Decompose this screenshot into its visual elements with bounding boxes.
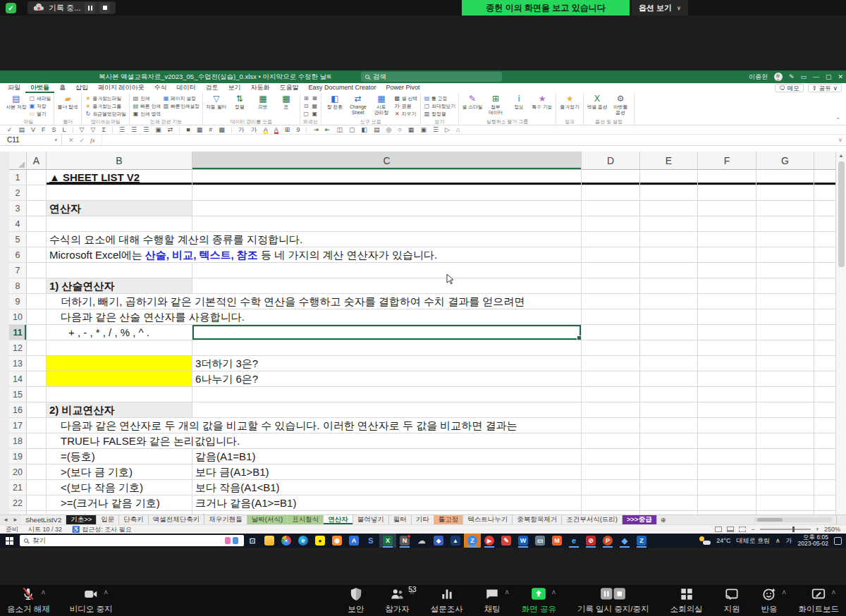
cell-A6[interactable] [27, 247, 47, 263]
cell-F23[interactable] [698, 511, 756, 515]
ribbon-button-최대창보기[interactable]: ▢최대창보기 [424, 103, 455, 109]
comma-style-icon[interactable]: 9 [296, 125, 300, 134]
taskbar-app-media-player[interactable]: ▶ [481, 534, 498, 548]
split-view-icon[interactable]: ◧ [362, 125, 368, 134]
ribbon-button-정렬[interactable]: ⇅정렬 [229, 94, 250, 110]
zoom-in-icon[interactable]: + [816, 526, 819, 533]
security-shield-icon[interactable]: ✓ [6, 3, 16, 13]
ribbon-button-border-box[interactable]: ▣ [312, 111, 318, 117]
ribbon-display-icon[interactable]: ▭ [800, 73, 807, 80]
taskbar-app-excel[interactable]: X [379, 534, 396, 548]
ribbon-button-빠른인쇄설정[interactable]: ▥빠른인쇄설정 [163, 103, 200, 109]
ribbon-tab-도움말[interactable]: 도움말 [275, 83, 304, 93]
row-header-4[interactable]: 4 [9, 216, 27, 232]
cell-A13[interactable] [27, 356, 47, 371]
page-break-view-icon[interactable] [739, 526, 746, 532]
cell-E3[interactable] [640, 201, 698, 216]
cell-B23[interactable]: <=(작거나 같음 기호) [47, 511, 192, 515]
zoom-whiteboard-button[interactable]: ˄화이트보드 [799, 586, 840, 615]
wrap-text-icon[interactable]: ⇄ [168, 125, 173, 134]
cell-D21[interactable] [582, 480, 640, 495]
zoom-participants-button[interactable]: 53˄참가자 [385, 586, 410, 615]
ribbon-tab-수식[interactable]: 수식 [149, 83, 172, 93]
cell-E22[interactable] [640, 495, 698, 511]
cell-B4[interactable] [47, 216, 192, 232]
cell-B9[interactable]: 더하기, 빼기, 곱하기와 같은 기본적인 수학 연산을 수행하고 숫자를 결합… [47, 294, 192, 309]
row-header-8[interactable]: 8 [9, 278, 27, 294]
close-button[interactable]: ✕ [838, 73, 843, 80]
row-header-11[interactable]: 11 [9, 325, 27, 340]
chevron-up-icon[interactable]: ˄ [831, 589, 835, 596]
ribbon-button-최근열었던파일[interactable]: ↻최근열었던파일 [85, 111, 126, 117]
cell-C20[interactable]: 보다 큼(A1>B1) [192, 464, 582, 480]
ribbon-button-정보[interactable]: i정보 [508, 94, 529, 110]
zoom-out-icon[interactable]: − [751, 526, 754, 533]
cell-D22[interactable] [582, 495, 640, 511]
column-header-F[interactable]: F [698, 152, 756, 170]
sheet-tab-날짜(서식)[interactable]: 날짜(서식) [247, 515, 288, 524]
taskbar-app-hancom[interactable]: A [345, 534, 362, 548]
sum-icon[interactable]: Σ [102, 125, 106, 134]
cell-A21[interactable] [27, 480, 47, 495]
cell-A10[interactable] [27, 309, 47, 325]
cell-A17[interactable] [27, 418, 47, 433]
chevron-up-icon[interactable]: ˄ [782, 589, 786, 596]
cell-D5[interactable] [582, 232, 640, 247]
cell-H6[interactable] [814, 247, 835, 263]
comments-button[interactable]: 🗨메모 [775, 84, 804, 92]
cell-A16[interactable] [27, 402, 47, 418]
cell-A12[interactable] [27, 340, 47, 356]
zoom-area-icon[interactable]: ◎ [386, 125, 392, 134]
name-box[interactable]: C11▾ [0, 135, 62, 145]
cell-E1[interactable] [640, 170, 698, 185]
cell-F19[interactable] [698, 449, 756, 464]
taskbar-app-remote-desktop[interactable]: ▭ [532, 534, 548, 548]
ribbon-button-표[interactable]: ▦표 [276, 94, 297, 110]
zoom-support-button[interactable]: 지원 [724, 586, 740, 615]
letter-v-icon[interactable]: V [31, 125, 35, 134]
sheet-tab-붙여넣기[interactable]: 붙여넣기 [353, 515, 389, 524]
chevron-up-icon[interactable]: ˄ [551, 589, 556, 596]
sheet-nav-left-icon[interactable]: ◄ [3, 517, 8, 523]
merge-icon[interactable]: ◫ [337, 125, 343, 134]
avatar[interactable] [774, 73, 783, 81]
cell-H2[interactable] [814, 185, 835, 201]
ribbon-button-즐겨찾기[interactable]: ★즐겨찾기 [559, 94, 580, 110]
sheet-nav-right-icon[interactable]: ► [13, 517, 18, 523]
cell-C7[interactable] [192, 263, 582, 278]
cell-H19[interactable] [814, 449, 835, 464]
cell-F16[interactable] [698, 402, 756, 418]
cell-B2[interactable] [47, 185, 192, 201]
cell-F3[interactable] [698, 201, 756, 216]
merge-cells-icon[interactable]: ▩ [219, 125, 225, 134]
cell-H4[interactable] [814, 216, 835, 232]
ribbon-button-즐겨찾는파일[interactable]: ★즐겨찾는파일 [85, 95, 126, 101]
cell-G14[interactable] [756, 371, 814, 387]
cell-F13[interactable] [698, 356, 756, 371]
formula-input[interactable] [102, 135, 835, 145]
sheet-tab-연산자[interactable]: 연산자 [324, 515, 353, 524]
cell-H9[interactable] [814, 294, 835, 309]
ribbon-button-피벗[interactable]: ▦피벗 [252, 94, 274, 110]
cell-A18[interactable] [27, 433, 47, 449]
cell-E16[interactable] [640, 402, 698, 418]
cell-H17[interactable] [814, 418, 835, 433]
column-header-C[interactable]: C [192, 152, 582, 170]
weather-temp[interactable]: 24°C [716, 537, 730, 544]
cell-G11[interactable] [756, 325, 814, 340]
filter-clear-icon[interactable]: ▽ [91, 125, 96, 134]
ribbon-button-특수 기능[interactable]: ★특수 기능 [532, 94, 553, 110]
freeze-panes-icon[interactable]: ▤ [374, 125, 380, 134]
sheet-tab-기초>>[interactable]: 기초>> [66, 515, 97, 524]
view-options-button[interactable]: 옵션 보기 ∨ [632, 0, 688, 16]
column-header-D[interactable]: D [582, 152, 640, 170]
ribbon-tab-홈[interactable]: 홈 [54, 83, 70, 93]
zoom-record-pause-stop-button[interactable]: 기록 일시 중지/중지 [577, 586, 649, 615]
taskbar-app-word[interactable]: W [515, 534, 532, 548]
cell-H12[interactable] [814, 340, 835, 356]
collapse-ribbon-icon[interactable]: ⌃ [835, 117, 840, 123]
enter-icon[interactable]: ✓ [80, 137, 85, 144]
table-icon[interactable]: ▦ [197, 125, 203, 134]
fill-dark-icon[interactable]: ■ [186, 125, 190, 134]
cell-D1[interactable] [582, 170, 640, 185]
